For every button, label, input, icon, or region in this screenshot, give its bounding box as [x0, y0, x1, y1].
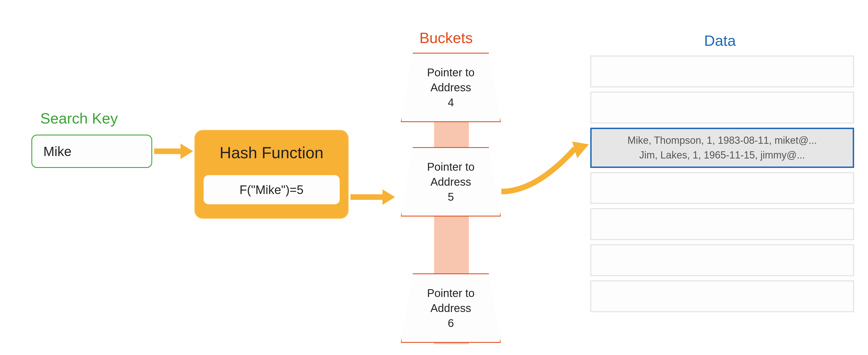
hash-function-result: F("Mike")=5 [204, 175, 340, 204]
bucket-5-line3: 5 [448, 189, 454, 204]
bucket-6-line2: Address [431, 300, 471, 316]
search-key-value: Mike [43, 144, 71, 159]
hash-function-box: Hash Function F("Mike")=5 [194, 130, 349, 219]
bucket-5-line2: Address [431, 174, 471, 189]
data-label: Data [704, 32, 736, 49]
bucket-5: Pointer to Address 5 [401, 147, 501, 217]
data-row-empty [590, 280, 854, 312]
bucket-5-line1: Pointer to [427, 159, 474, 174]
data-row-empty [590, 92, 854, 124]
data-row-empty [590, 56, 854, 88]
bucket-6-line3: 6 [448, 316, 454, 330]
data-row-highlighted: Mike, Thompson, 1, 1983-08-11, miket@...… [590, 128, 854, 168]
data-row-content-2: Jim, Lakes, 1, 1965-11-15, jimmy@... [640, 148, 805, 162]
search-key-box: Mike [31, 135, 152, 168]
data-row-content-1: Mike, Thompson, 1, 1983-08-11, miket@... [627, 133, 817, 148]
data-row-empty [590, 208, 854, 240]
data-row-empty [590, 244, 854, 276]
svg-marker-0 [572, 141, 589, 158]
hash-function-title: Hash Function [220, 143, 323, 162]
bucket-4-line3: 4 [448, 95, 454, 110]
bucket-4: Pointer to Address 4 [401, 53, 501, 122]
data-table: Mike, Thompson, 1, 1983-08-11, miket@...… [590, 56, 854, 316]
arrow-bucket-to-data [500, 136, 592, 205]
bucket-6-line1: Pointer to [427, 286, 474, 300]
bucket-4-line1: Pointer to [427, 65, 474, 80]
bucket-6: Pointer to Address 6 [401, 273, 501, 343]
data-row-empty [590, 172, 854, 204]
search-key-label: Search Key [40, 110, 118, 127]
bucket-4-line2: Address [431, 80, 471, 95]
buckets-label: Buckets [420, 29, 473, 46]
